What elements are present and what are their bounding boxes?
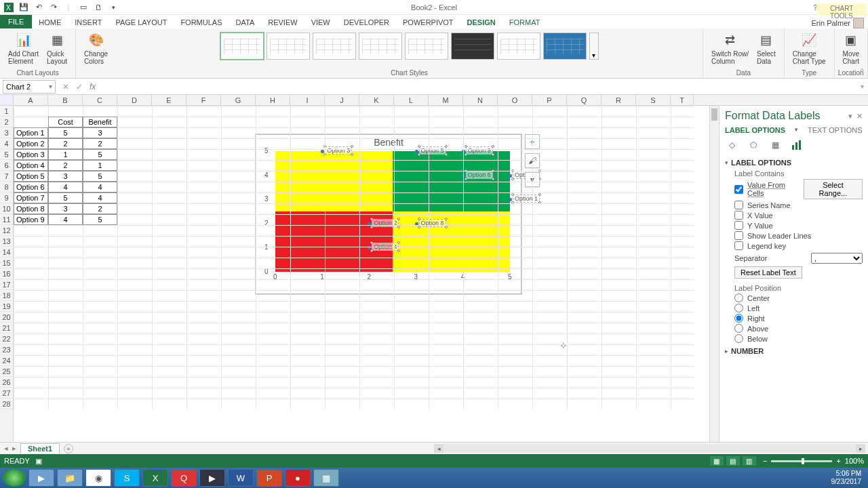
data-label-option-8[interactable]: Option 8	[419, 219, 446, 227]
size-props-icon[interactable]: ▦	[768, 138, 782, 152]
chk-x-value[interactable]: X Value	[734, 211, 863, 220]
cell-A8[interactable]: Option 6	[14, 182, 48, 192]
taskbar-skype[interactable]: S	[114, 469, 140, 487]
cell-A11[interactable]: Option 9	[14, 214, 48, 225]
cell-B3[interactable]: 5	[48, 127, 83, 138]
style-6[interactable]	[451, 33, 494, 60]
row-header-17[interactable]: 17	[0, 279, 13, 290]
row-header-4[interactable]: 4	[0, 138, 13, 149]
col-header-P[interactable]: P	[532, 95, 567, 105]
undo-icon[interactable]: ↶	[34, 3, 43, 12]
cell-A4[interactable]: Option 2	[14, 138, 48, 149]
col-header-D[interactable]: D	[117, 95, 152, 105]
section-number[interactable]: ▸NUMBER	[725, 347, 863, 355]
cell-C4[interactable]: 2	[83, 138, 117, 149]
row-header-15[interactable]: 15	[0, 258, 13, 268]
expand-formula-icon[interactable]: ▾	[861, 83, 864, 90]
zoom-value[interactable]: 100%	[845, 457, 864, 465]
cell-A7[interactable]: Option 5	[14, 171, 48, 182]
cell-C6[interactable]: 1	[83, 160, 117, 171]
start-button[interactable]	[3, 469, 26, 487]
data-label-option-4[interactable]: Option 4	[372, 243, 399, 251]
col-header-B[interactable]: B	[48, 95, 83, 105]
formula-input[interactable]	[102, 80, 868, 94]
cell-A5[interactable]: Option 3	[14, 149, 48, 160]
scroll-left-icon[interactable]: ◂	[434, 444, 443, 453]
cell-B6[interactable]: 2	[48, 160, 83, 171]
switch-row-column-button[interactable]: ⇄Switch Row/ Column	[709, 31, 751, 66]
row-header-28[interactable]: 28	[0, 399, 13, 409]
tab-powerpivot[interactable]: POWERPIVOT	[396, 16, 460, 28]
col-header-K[interactable]: K	[359, 95, 394, 105]
macro-record-icon[interactable]: ▣	[35, 457, 42, 466]
next-sheet-icon[interactable]: ▸	[12, 444, 16, 453]
col-header-J[interactable]: J	[325, 95, 359, 105]
cell-B10[interactable]: 3	[48, 203, 83, 214]
style-1[interactable]	[220, 33, 264, 60]
col-header-Q[interactable]: Q	[567, 95, 601, 105]
col-header-F[interactable]: F	[186, 95, 221, 105]
point-option-7[interactable]	[509, 174, 512, 178]
chart-elements-button[interactable]: ＋	[525, 134, 540, 149]
rad-center[interactable]: Center	[734, 293, 863, 302]
data-label-option-6[interactable]: Option 6	[466, 171, 493, 179]
taskbar-word[interactable]: W	[228, 469, 254, 487]
col-header-M[interactable]: M	[429, 95, 463, 105]
select-all-corner[interactable]	[0, 95, 14, 105]
row-header-19[interactable]: 19	[0, 301, 13, 312]
fill-line-icon[interactable]: ◇	[725, 138, 738, 152]
tab-data[interactable]: DATA	[229, 16, 262, 28]
row-header-3[interactable]: 3	[0, 127, 13, 138]
style-7[interactable]	[497, 33, 540, 60]
style-4[interactable]	[359, 33, 402, 60]
col-header-H[interactable]: H	[256, 95, 290, 105]
pane-options-icon[interactable]: ▾	[848, 112, 852, 121]
cell-C7[interactable]: 5	[83, 171, 117, 182]
add-sheet-button[interactable]: +	[64, 444, 73, 453]
collapse-ribbon-icon[interactable]: ^	[861, 67, 864, 75]
zoom-slider[interactable]	[771, 460, 832, 462]
row-header-18[interactable]: 18	[0, 290, 13, 301]
row-header-1[interactable]: 1	[0, 106, 13, 117]
rad-above[interactable]: Above	[734, 324, 863, 333]
pane-close-icon[interactable]: ✕	[856, 112, 863, 121]
rad-left[interactable]: Left	[734, 304, 863, 312]
chk-series-name[interactable]: Series Name	[734, 201, 863, 209]
cell-B5[interactable]: 1	[48, 149, 83, 160]
row-header-2[interactable]: 2	[0, 117, 13, 127]
row-header-20[interactable]: 20	[0, 312, 13, 323]
cell-B11[interactable]: 4	[48, 214, 83, 225]
page-break-view-icon[interactable]: ▥	[743, 456, 756, 466]
cell-C9[interactable]: 4	[83, 192, 117, 203]
tab-home[interactable]: HOME	[32, 16, 68, 28]
cell-C2[interactable]: Benefit	[83, 117, 117, 127]
chart-object[interactable]: Benefit Option 1Option 2Option 3Option 4…	[256, 134, 521, 294]
col-header-G[interactable]: G	[221, 95, 256, 105]
style-2[interactable]	[267, 33, 310, 60]
data-label-option-9[interactable]: Option 9	[466, 146, 493, 155]
pane-tab-text-options[interactable]: TEXT OPTIONS	[808, 126, 862, 134]
cell-B9[interactable]: 5	[48, 192, 83, 203]
tab-format[interactable]: FORMAT	[502, 16, 547, 28]
plot-area[interactable]: Option 1Option 2Option 3Option 4Option 5…	[275, 151, 510, 272]
row-header-21[interactable]: 21	[0, 323, 13, 333]
row-header-7[interactable]: 7	[0, 171, 13, 182]
add-chart-element-button[interactable]: 📊Add Chart Element	[5, 31, 41, 66]
data-label-option-2[interactable]: Option 2	[372, 219, 399, 227]
taskbar-media-player[interactable]: ▶	[28, 469, 54, 487]
rad-right[interactable]: Right	[734, 314, 863, 323]
taskbar-app-rec[interactable]: ●	[285, 469, 311, 487]
scroll-track[interactable]	[443, 444, 856, 453]
chart-styles-button[interactable]: 🖌	[525, 153, 540, 168]
vertical-scrollbar[interactable]	[709, 106, 719, 442]
chart-filters-button[interactable]: ▾	[525, 172, 540, 187]
row-header-10[interactable]: 10	[0, 203, 13, 214]
row-header-5[interactable]: 5	[0, 149, 13, 160]
point-option-6[interactable]	[462, 174, 465, 178]
taskbar-chrome[interactable]: ◉	[85, 469, 111, 487]
row-header-8[interactable]: 8	[0, 182, 13, 192]
label-options-icon[interactable]	[790, 138, 804, 152]
zoom-thumb[interactable]	[802, 458, 804, 464]
chk-y-value[interactable]: Y Value	[734, 221, 863, 230]
print-preview-icon[interactable]: 🗋	[94, 3, 103, 12]
